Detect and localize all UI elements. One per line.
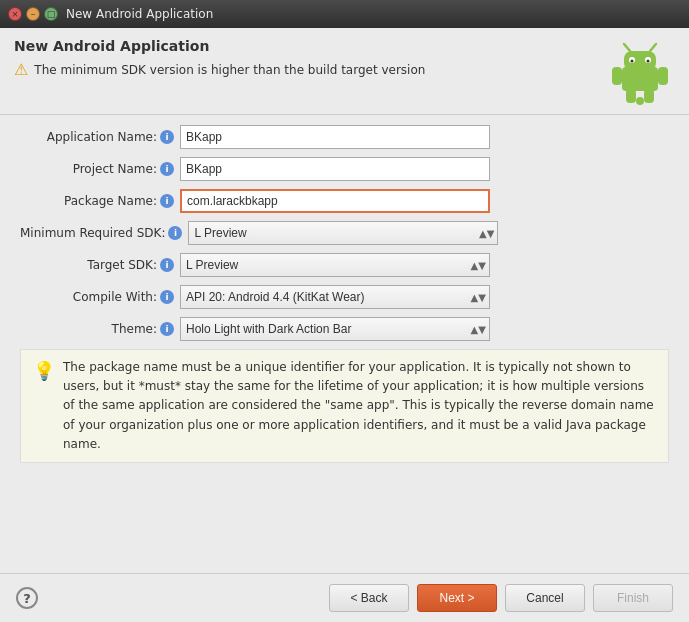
theme-row: Theme: i Holo Light with Dark Action Bar… <box>20 317 669 341</box>
footer-left: ? <box>16 587 38 609</box>
svg-point-6 <box>647 60 650 63</box>
project-name-input[interactable] <box>180 157 490 181</box>
theme-select-wrapper: Holo Light with Dark Action Bar ▲▼ <box>180 317 490 341</box>
window-title: New Android Application <box>66 7 213 21</box>
target-sdk-select[interactable]: L Preview <box>180 253 490 277</box>
svg-line-7 <box>624 44 630 51</box>
dialog: New Android Application ⚠ The minimum SD… <box>0 28 689 622</box>
dialog-header-left: New Android Application ⚠ The minimum SD… <box>14 38 605 79</box>
back-button[interactable]: < Back <box>329 584 409 612</box>
svg-rect-9 <box>612 67 622 85</box>
project-name-label: Project Name: i <box>20 162 180 176</box>
compile-with-select[interactable]: API 20: Android 4.4 (KitKat Wear) <box>180 285 490 309</box>
maximize-button[interactable]: □ <box>44 7 58 21</box>
finish-button[interactable]: Finish <box>593 584 673 612</box>
cancel-button[interactable]: Cancel <box>505 584 585 612</box>
theme-select[interactable]: Holo Light with Dark Action Bar <box>180 317 490 341</box>
compile-with-select-wrapper: API 20: Android 4.4 (KitKat Wear) ▲▼ <box>180 285 490 309</box>
package-name-label: Package Name: i <box>20 194 180 208</box>
svg-rect-12 <box>644 89 654 103</box>
bulb-icon: 💡 <box>33 360 55 381</box>
svg-line-8 <box>650 44 656 51</box>
close-icon: × <box>11 9 19 19</box>
next-button[interactable]: Next > <box>417 584 497 612</box>
project-name-row: Project Name: i <box>20 157 669 181</box>
dialog-header: New Android Application ⚠ The minimum SD… <box>0 28 689 115</box>
target-sdk-info-icon[interactable]: i <box>160 258 174 272</box>
warning-icon: ⚠ <box>14 60 28 79</box>
warning-row: ⚠ The minimum SDK version is higher than… <box>14 60 605 79</box>
svg-point-0 <box>636 97 644 105</box>
info-section: 💡 The package name must be a unique iden… <box>20 349 669 463</box>
footer-buttons: < Back Next > Cancel Finish <box>329 584 673 612</box>
app-name-label: Application Name: i <box>20 130 180 144</box>
min-sdk-info-icon[interactable]: i <box>168 226 182 240</box>
dialog-body: Application Name: i Project Name: i Pack… <box>0 115 689 573</box>
dialog-title: New Android Application <box>14 38 605 54</box>
svg-rect-11 <box>626 89 636 103</box>
svg-point-5 <box>631 60 634 63</box>
android-logo <box>605 38 675 108</box>
target-sdk-select-wrapper: L Preview ▲▼ <box>180 253 490 277</box>
warning-text: The minimum SDK version is higher than t… <box>34 63 425 77</box>
theme-info-icon[interactable]: i <box>160 322 174 336</box>
app-name-input[interactable] <box>180 125 490 149</box>
compile-with-info-icon[interactable]: i <box>160 290 174 304</box>
min-sdk-row: Minimum Required SDK: i L Preview ▲▼ <box>20 221 669 245</box>
title-bar-controls[interactable]: × – □ <box>8 7 58 21</box>
min-sdk-select[interactable]: L Preview <box>188 221 498 245</box>
android-logo-svg <box>608 41 672 105</box>
minimize-button[interactable]: – <box>26 7 40 21</box>
package-name-row: Package Name: i <box>20 189 669 213</box>
project-name-info-icon[interactable]: i <box>160 162 174 176</box>
package-name-input[interactable] <box>180 189 490 213</box>
minimize-icon: – <box>31 9 36 19</box>
help-button[interactable]: ? <box>16 587 38 609</box>
package-name-info-icon[interactable]: i <box>160 194 174 208</box>
close-button[interactable]: × <box>8 7 22 21</box>
target-sdk-row: Target SDK: i L Preview ▲▼ <box>20 253 669 277</box>
theme-label: Theme: i <box>20 322 180 336</box>
compile-with-label: Compile With: i <box>20 290 180 304</box>
maximize-icon: □ <box>47 9 56 19</box>
app-name-info-icon[interactable]: i <box>160 130 174 144</box>
dialog-footer: ? < Back Next > Cancel Finish <box>0 573 689 622</box>
target-sdk-label: Target SDK: i <box>20 258 180 272</box>
svg-rect-10 <box>658 67 668 85</box>
compile-with-row: Compile With: i API 20: Android 4.4 (Kit… <box>20 285 669 309</box>
app-name-row: Application Name: i <box>20 125 669 149</box>
min-sdk-label: Minimum Required SDK: i <box>20 226 188 240</box>
title-bar: × – □ New Android Application <box>0 0 689 28</box>
info-text: The package name must be a unique identi… <box>63 358 656 454</box>
svg-rect-2 <box>624 51 656 71</box>
min-sdk-select-wrapper: L Preview ▲▼ <box>188 221 498 245</box>
